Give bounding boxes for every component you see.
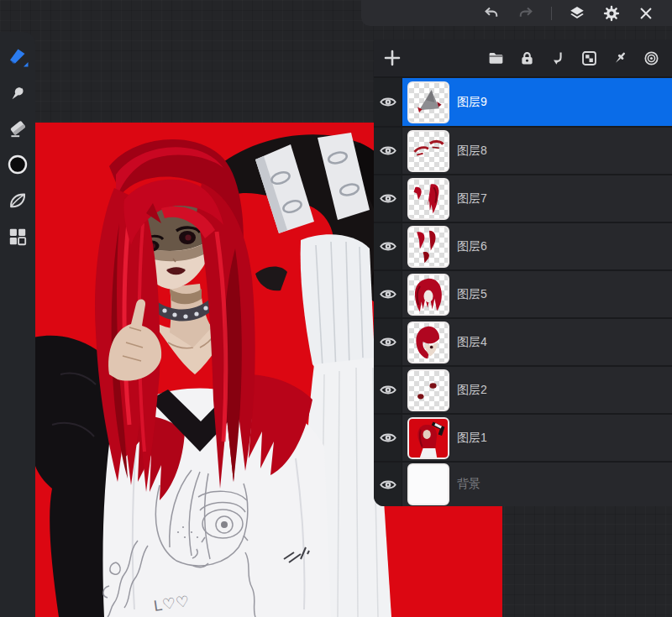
layers-toggle-button[interactable] — [568, 4, 586, 23]
layer-row[interactable]: 图层1 — [374, 413, 672, 461]
layer-gutter — [374, 319, 402, 365]
layer-row-content[interactable]: 图层9 — [402, 78, 672, 126]
layer-label: 图层6 — [457, 239, 487, 254]
layer-row-content[interactable]: 背景 — [402, 463, 672, 506]
layer-row-content[interactable]: 图层1 — [402, 415, 672, 461]
layer-row[interactable]: 图层2 — [374, 365, 672, 413]
eye-icon — [379, 336, 397, 348]
redo-button[interactable] — [517, 4, 535, 23]
lock-icon — [518, 50, 536, 67]
smudge-icon — [7, 81, 29, 103]
alpha-lock-button[interactable] — [580, 50, 598, 67]
toolbar-separator — [551, 7, 552, 20]
undo-button[interactable] — [482, 4, 501, 23]
layer-row[interactable]: 图层5 — [374, 269, 672, 317]
close-button[interactable] — [637, 4, 655, 23]
folder-icon — [487, 50, 505, 67]
eye-icon — [379, 192, 397, 205]
layer-row[interactable]: 图层9 — [374, 78, 672, 126]
add-layer-button[interactable] — [382, 48, 402, 68]
layer-row-content[interactable]: 图层4 — [402, 319, 672, 365]
layer-label: 图层5 — [457, 287, 487, 302]
eye-icon — [379, 240, 397, 253]
visibility-toggle[interactable] — [379, 192, 397, 205]
layer-thumbnail[interactable] — [407, 130, 449, 172]
visibility-toggle[interactable] — [379, 384, 397, 396]
layer-label: 图层7 — [457, 191, 487, 207]
layer-gutter — [374, 223, 402, 269]
eye-icon — [379, 144, 397, 157]
layer-gutter — [374, 128, 402, 174]
layer-row-content[interactable]: 图层8 — [402, 128, 672, 174]
layer-row[interactable]: 图层7 — [374, 174, 672, 222]
layer-gutter — [374, 175, 402, 222]
visibility-toggle[interactable] — [379, 144, 397, 157]
layer-label: 图层4 — [457, 335, 487, 350]
undo-icon — [482, 4, 501, 23]
leaf-tool-button[interactable] — [7, 190, 29, 212]
tools-grid-button[interactable] — [7, 226, 29, 248]
layers-panel: 图层9图层8图层7图层6图层5图层4图层2图层1背景 — [374, 39, 672, 506]
smudge-tool-button[interactable] — [7, 81, 29, 103]
visibility-toggle[interactable] — [379, 240, 397, 253]
lock-layer-button[interactable] — [518, 50, 536, 67]
close-icon — [637, 4, 655, 23]
layer-thumbnail[interactable] — [407, 178, 449, 220]
layer-gutter — [374, 367, 402, 413]
layer-gutter — [374, 78, 402, 126]
layer-thumbnail[interactable] — [407, 417, 449, 459]
layer-thumbnail[interactable] — [407, 226, 449, 268]
clipping-mask-button[interactable] — [549, 50, 567, 67]
plus-icon — [382, 48, 402, 68]
visibility-toggle[interactable] — [379, 288, 397, 301]
eye-icon — [379, 478, 397, 491]
layer-row-content[interactable]: 图层5 — [402, 271, 672, 317]
layer-label: 图层8 — [457, 144, 487, 159]
grid-icon — [7, 226, 29, 248]
visibility-toggle[interactable] — [379, 478, 397, 491]
layer-row[interactable]: 图层8 — [374, 126, 672, 174]
layer-row[interactable]: 图层6 — [374, 222, 672, 269]
gear-icon — [602, 4, 621, 23]
color-swatch-button[interactable] — [7, 154, 29, 175]
layer-row[interactable]: 图层4 — [374, 317, 672, 365]
layer-thumbnail[interactable] — [407, 322, 449, 363]
layer-label: 背景 — [457, 477, 480, 492]
eye-icon — [379, 288, 397, 301]
color-circle-icon — [7, 154, 29, 175]
top-toolbar — [361, 0, 672, 26]
brush-icon — [7, 45, 29, 67]
layer-list: 图层9图层8图层7图层6图层5图层4图层2图层1背景 — [374, 78, 672, 506]
eye-icon — [379, 384, 397, 396]
layer-thumbnail[interactable] — [407, 369, 449, 411]
eye-icon — [379, 431, 397, 444]
layer-gutter — [374, 271, 402, 317]
checker-icon — [580, 50, 598, 67]
eraser-tool-button[interactable] — [7, 118, 29, 139]
pin-icon — [612, 50, 629, 67]
eraser-icon — [7, 118, 29, 139]
layer-row-content[interactable]: 图层6 — [402, 223, 672, 269]
layer-thumbnail[interactable] — [407, 81, 449, 123]
visibility-toggle[interactable] — [379, 96, 397, 108]
eye-icon — [379, 96, 397, 108]
visibility-toggle[interactable] — [379, 431, 397, 444]
group-folder-button[interactable] — [487, 50, 505, 67]
layer-row-content[interactable]: 图层2 — [402, 367, 672, 413]
layer-thumbnail[interactable] — [407, 463, 449, 505]
layer-row-content[interactable]: 图层7 — [402, 175, 672, 222]
layers-panel-header — [374, 39, 672, 78]
layer-thumbnail[interactable] — [407, 274, 449, 316]
visibility-toggle[interactable] — [379, 336, 397, 348]
layer-gutter — [374, 463, 402, 506]
layer-row[interactable]: 背景 — [374, 461, 672, 506]
layer-gutter — [374, 415, 402, 461]
brush-tool-button[interactable] — [7, 45, 29, 67]
blend-options-button[interactable] — [643, 50, 660, 67]
layer-label: 图层9 — [457, 95, 487, 110]
settings-button[interactable] — [602, 4, 621, 23]
redo-icon — [517, 4, 535, 23]
pin-layer-button[interactable] — [612, 50, 629, 67]
leaf-icon — [7, 190, 29, 212]
spiral-icon — [643, 50, 660, 67]
